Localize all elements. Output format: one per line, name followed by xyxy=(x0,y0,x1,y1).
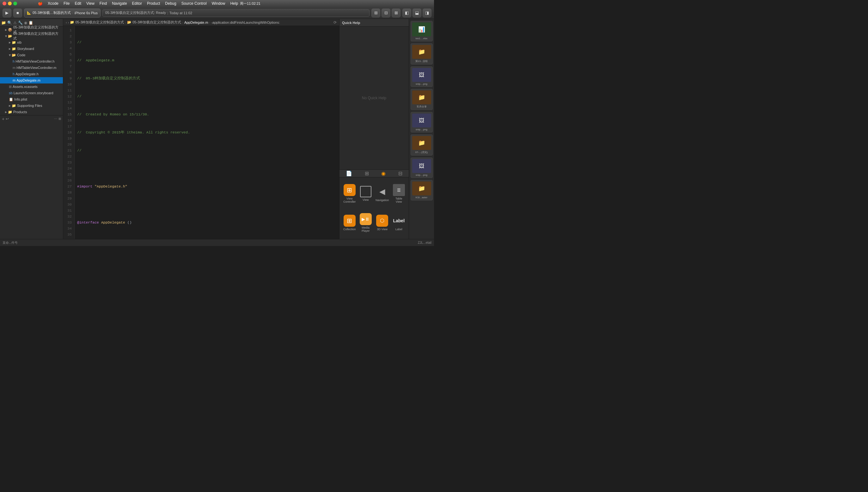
menu-navigate[interactable]: Navigate xyxy=(112,1,127,6)
ui-item-view[interactable]: View xyxy=(358,180,373,208)
sidebar-item-appdelegate-h[interactable]: h AppDelegate.h xyxy=(0,71,63,77)
sidebar-item-assets[interactable]: ⊞ Assets.xcassets xyxy=(0,83,63,90)
util-panel-toggle[interactable]: ◨ xyxy=(423,8,432,17)
sidebar-item-label: Info.plist xyxy=(14,97,27,101)
triangle-icon: ▶ xyxy=(9,104,11,107)
ui-item-viewcontroller[interactable]: ⊞ View Controller xyxy=(342,180,357,208)
nav-icon-debug[interactable]: 🔧 xyxy=(18,21,23,25)
sidebar-item-code[interactable]: ▶ 📂 Code xyxy=(0,52,63,58)
menu-apple[interactable]: 🍎 xyxy=(38,1,43,6)
close-button[interactable] xyxy=(2,2,6,5)
traffic-lights[interactable] xyxy=(2,2,17,5)
ui-lib-tab-history[interactable]: ⊞ xyxy=(363,170,371,177)
ui-lib-tab-media[interactable]: ⊟ xyxy=(397,170,404,177)
sidebar-item-products[interactable]: ▶ 📁 Products xyxy=(0,109,63,115)
menu-view[interactable]: View xyxy=(86,1,95,6)
file-thumb-png2[interactable]: 🖼 snip....png xyxy=(411,112,433,132)
editor-version[interactable]: ⊠ xyxy=(392,8,401,17)
file-thumb-folder1[interactable]: 📁 第13...业组 xyxy=(411,43,433,65)
file-thumb-folder3[interactable]: 📁 07-...(优化) xyxy=(411,134,433,155)
sidebar-item-launch[interactable]: sb LaunchScreen.storyboard xyxy=(0,90,63,96)
menu-edit[interactable]: Edit xyxy=(75,1,81,6)
bc-method[interactable]: -application:didFinishLaunchingWithOptio… xyxy=(211,21,280,24)
nav-panel-toggle[interactable]: ◧ xyxy=(402,8,411,17)
debug-panel-toggle[interactable]: ⬓ xyxy=(412,8,422,17)
nav-icon-report[interactable]: 📋 xyxy=(28,21,33,25)
sidebar-item-hmvc-h[interactable]: h HMTableViewController.h xyxy=(0,58,63,65)
ui-lib-tab-files[interactable]: 📄 xyxy=(344,170,354,177)
code-editor[interactable]: 1 2 3 4 5 6 7 8 9 10 11 12 13 14 15 16 1… xyxy=(63,26,339,239)
run-button[interactable]: ▶ xyxy=(2,8,11,17)
menu-debug[interactable]: Debug xyxy=(165,1,176,6)
sidebar-item-root2[interactable]: ▶ 📂 05-3种加载自定义控制器的方式 xyxy=(0,33,63,39)
file-thumb-preview: 📊 xyxy=(412,22,431,36)
menu-xcode[interactable]: Xcode xyxy=(48,1,58,6)
bc-nav-back[interactable]: ‹ xyxy=(66,21,67,24)
nav-icon-project[interactable]: 📁 xyxy=(1,21,6,25)
line-numbers: 1 2 3 4 5 6 7 8 9 10 11 12 13 14 15 16 1… xyxy=(63,26,75,239)
file-thumb-folder4[interactable]: 📁 KSI...aster xyxy=(411,180,433,200)
stop-button[interactable]: ■ xyxy=(13,8,22,17)
nav-icon-symbol[interactable]: 🔍 xyxy=(7,21,12,25)
project-navigator: 📁 🔍 ⚠ 🔧 ◉ 📋 ▶ 📦 05-3种加载自定义控制器的方式 ▶ 📂 05-… xyxy=(0,19,63,239)
menu-bar: 🍎 Xcode File Edit View Find Navigate Edi… xyxy=(38,1,238,6)
ui-item-tableview[interactable]: ☰ Table View xyxy=(392,180,406,208)
sort-icon[interactable]: ⊞ xyxy=(58,117,61,121)
filter-icon[interactable]: ⋯ xyxy=(54,117,57,121)
scheme-selector[interactable]: 📐 05-3种加载…制器的方式 › iPhone 6s Plus xyxy=(24,8,101,17)
ui-lib-tab-objects[interactable]: ◉ xyxy=(379,170,387,177)
sidebar-item-hmvc-m[interactable]: m HMTableViewController.m xyxy=(0,65,63,71)
file-thumb-preview: 📁 xyxy=(412,91,431,104)
title-bar: 🍎 Xcode File Edit View Find Navigate Edi… xyxy=(0,0,434,7)
file-thumb-png3[interactable]: 🖼 snip....png xyxy=(411,157,433,178)
file-thumb-preview: 📁 xyxy=(412,45,431,59)
file-thumb-folder2[interactable]: 📁 车丹分享 xyxy=(411,89,433,110)
file-icon: h xyxy=(12,72,15,76)
code-content[interactable]: // // AppDelegate.m // 05-3种加载自定义控制器的方式 … xyxy=(75,26,339,239)
editor-assistant[interactable]: ⊟ xyxy=(382,8,390,17)
add-file-button[interactable]: + xyxy=(2,116,4,121)
minimize-button[interactable] xyxy=(8,2,12,5)
quick-help-panel: Quick Help No Quick Help 📄 ⊞ ◉ ⊟ ⊞ View … xyxy=(339,19,409,239)
file-thumb-png1[interactable]: 🖼 snip....png xyxy=(411,67,433,87)
file-icon: ⊞ xyxy=(9,85,12,89)
menu-product[interactable]: Product xyxy=(147,1,160,6)
sidebar-item-appdelegate-m[interactable]: m AppDelegate.m xyxy=(0,77,63,83)
menu-file[interactable]: File xyxy=(63,1,70,6)
activity-time: Today at 11:02 xyxy=(170,11,192,15)
bc-project[interactable]: 📁 05-3种加载自定义控制器的方式 xyxy=(70,20,124,25)
ui-item-media[interactable]: ▶⏸ Media Player xyxy=(358,209,373,237)
file-thumb-label: 第13...业组 xyxy=(412,59,431,63)
menu-window[interactable]: Window xyxy=(212,1,225,6)
refresh-button[interactable]: ⟳ xyxy=(333,20,337,25)
ui-item-3d[interactable]: ⬡ 3D View xyxy=(374,209,390,237)
label-icon: Label xyxy=(393,215,405,227)
editor-standard[interactable]: ⊞ xyxy=(372,8,380,17)
menu-source-control[interactable]: Source Control xyxy=(181,1,207,6)
sidebar-item-label: HMTableViewController.h xyxy=(16,59,54,63)
file-thumb-xlsx[interactable]: 📊 ios1....xlsx xyxy=(411,21,433,42)
toolbar: ▶ ■ 📐 05-3种加载…制器的方式 › iPhone 6s Plus 05-… xyxy=(0,7,434,19)
sidebar-item-label: xib xyxy=(17,41,22,44)
right-file-panel: 📊 ios1....xlsx 📁 第13...业组 🖼 snip....png … xyxy=(409,19,434,239)
bc-file[interactable]: AppDelegate.m xyxy=(184,21,208,24)
menu-help[interactable]: Help xyxy=(230,1,238,6)
back-icon: ◀ xyxy=(376,186,388,198)
bc-nav-forward[interactable]: › xyxy=(68,21,69,24)
nav-icon-find[interactable]: ⚠ xyxy=(13,21,17,25)
ui-item-back[interactable]: ◀ Navigation xyxy=(374,180,390,208)
maximize-button[interactable] xyxy=(13,2,17,5)
back-button[interactable]: ↩ xyxy=(6,117,9,121)
ui-item-label[interactable]: Label Label xyxy=(392,209,406,237)
sidebar-item-supporting[interactable]: ▶ 📁 Supporting Files xyxy=(0,102,63,109)
triangle-icon: ▶ xyxy=(9,41,11,44)
ui-item-collection[interactable]: ⊞ Collection xyxy=(342,209,357,237)
sidebar-item-storyboard[interactable]: ▶ 📁 Storyboard xyxy=(0,46,63,52)
sidebar-item-infoplist[interactable]: 📋 Info.plist xyxy=(0,96,63,102)
menu-find[interactable]: Find xyxy=(100,1,107,6)
nav-icon-breakpoint[interactable]: ◉ xyxy=(24,21,27,25)
menu-editor[interactable]: Editor xyxy=(132,1,142,6)
bc-group[interactable]: 📂 05-3种加载自定义控制器的方式 xyxy=(127,20,181,25)
quick-help-body: No Quick Help xyxy=(339,27,409,170)
viewcontroller-icon: ⊞ xyxy=(343,184,356,196)
